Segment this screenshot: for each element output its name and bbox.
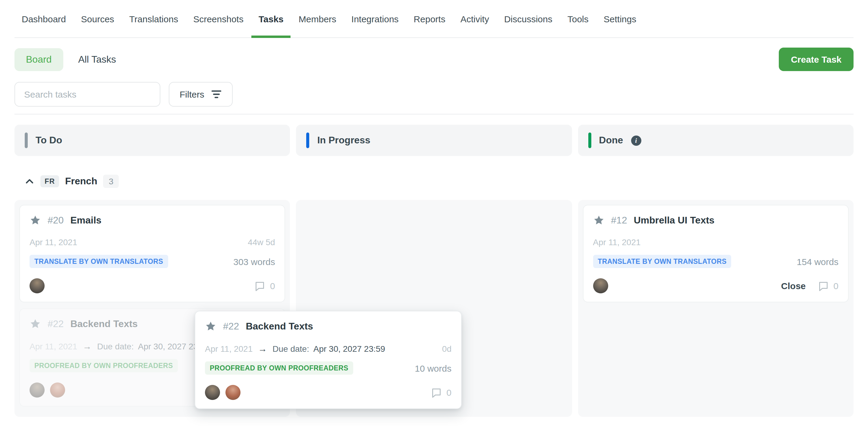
task-id: #22: [48, 318, 64, 329]
due-date-label: Due date:: [97, 341, 133, 351]
avatar-man[interactable]: [30, 278, 44, 293]
task-id: #22: [223, 321, 239, 332]
collapse-group-button[interactable]: [25, 178, 34, 184]
columns-header: To Do In Progress Done i: [14, 125, 854, 156]
task-title: Umbrella UI Texts: [634, 215, 715, 226]
top-nav: Dashboard Sources Translations Screensho…: [0, 0, 868, 38]
view-toolbar: Board All Tasks Create Task: [0, 38, 868, 71]
task-time-left: 44w 5d: [248, 237, 275, 247]
comment-counter[interactable]: 0: [817, 280, 838, 292]
task-type-badge: TRANSLATE BY OWN TRANSLATORS: [593, 255, 731, 268]
arrow-right-icon: →: [258, 343, 267, 354]
column-label-in-progress: In Progress: [317, 135, 370, 146]
task-date: Apr 11, 2021: [30, 237, 77, 247]
task-title: Backend Texts: [70, 318, 138, 329]
task-card-backend-dragged[interactable]: #22 Backend Texts Apr 11, 2021 → Due dat…: [195, 311, 462, 409]
todo-accent-bar: [25, 133, 28, 148]
star-icon[interactable]: [593, 214, 604, 226]
in-progress-accent-bar: [307, 133, 310, 148]
create-task-button[interactable]: Create Task: [779, 47, 854, 71]
language-group-row: FR French 3: [0, 156, 868, 188]
task-type-badge: PROOFREAD BY OWN PROOFREADERS: [30, 359, 178, 372]
column-header-todo: To Do: [14, 125, 290, 156]
nav-item-settings[interactable]: Settings: [604, 0, 636, 38]
filters-label: Filters: [180, 89, 204, 99]
comment-bubble-icon: [254, 280, 266, 292]
avatar-woman[interactable]: [225, 385, 241, 400]
task-type-badge: PROOFREAD BY OWN PROOFREADERS: [205, 361, 353, 375]
comment-count: 0: [833, 281, 838, 291]
star-icon[interactable]: [30, 214, 41, 226]
nav-item-discussions[interactable]: Discussions: [504, 0, 553, 38]
task-title: Emails: [70, 215, 101, 226]
task-word-count: 10 words: [415, 363, 452, 373]
comment-bubble-icon: [817, 280, 829, 292]
tab-board[interactable]: Board: [14, 48, 63, 71]
task-word-count: 154 words: [797, 256, 838, 267]
comment-counter[interactable]: 0: [254, 280, 275, 292]
filters-button[interactable]: Filters: [169, 82, 233, 107]
column-label-todo: To Do: [36, 135, 62, 146]
tab-all-tasks[interactable]: All Tasks: [78, 54, 116, 65]
column-done-panel: #12 Umbrella UI Texts Apr 11, 2021 TRANS…: [578, 200, 854, 417]
avatar-man[interactable]: [205, 385, 220, 400]
task-date: Apr 11, 2021: [30, 341, 77, 351]
column-header-done: Done i: [578, 125, 854, 156]
nav-item-dashboard[interactable]: Dashboard: [22, 0, 66, 38]
nav-item-translations[interactable]: Translations: [129, 0, 178, 38]
task-card-umbrella[interactable]: #12 Umbrella UI Texts Apr 11, 2021 TRANS…: [583, 205, 849, 302]
arrow-right-icon: →: [83, 341, 92, 351]
close-task-button[interactable]: Close: [781, 281, 806, 291]
comment-count: 0: [270, 281, 275, 291]
chevron-up-icon: [25, 178, 34, 184]
star-icon: [30, 318, 41, 330]
nav-item-tools[interactable]: Tools: [567, 0, 589, 38]
comment-counter[interactable]: 0: [430, 386, 452, 398]
language-name: French: [65, 176, 97, 187]
nav-item-members[interactable]: Members: [299, 0, 336, 38]
avatar-man[interactable]: [593, 278, 608, 293]
task-card-emails[interactable]: #20 Emails Apr 11, 2021 44w 5d TRANSLATE…: [19, 205, 285, 302]
nav-item-activity[interactable]: Activity: [461, 0, 489, 38]
done-info-icon[interactable]: i: [631, 135, 641, 145]
task-type-badge: TRANSLATE BY OWN TRANSLATORS: [30, 255, 168, 268]
nav-item-integrations[interactable]: Integrations: [351, 0, 399, 38]
columns-body: #20 Emails Apr 11, 2021 44w 5d TRANSLATE…: [0, 200, 868, 417]
task-id: #12: [611, 215, 627, 226]
comment-count: 0: [446, 387, 452, 398]
search-row: Filters: [0, 71, 868, 107]
task-count-badge: 3: [103, 175, 119, 188]
task-title: Backend Texts: [246, 321, 313, 332]
task-board: To Do In Progress Done i: [0, 114, 868, 156]
nav-item-tasks[interactable]: Tasks: [258, 0, 284, 38]
task-date: Apr 11, 2021: [205, 344, 253, 353]
nav-item-sources[interactable]: Sources: [81, 0, 114, 38]
comment-bubble-icon: [430, 386, 442, 398]
search-input[interactable]: [14, 82, 160, 107]
avatar-woman: [50, 382, 65, 398]
nav-item-reports[interactable]: Reports: [414, 0, 445, 38]
task-date: Apr 11, 2021: [593, 237, 641, 247]
due-date-label: Due date:: [273, 344, 309, 353]
app-root: Dashboard Sources Translations Screensho…: [0, 0, 868, 437]
filter-icon: [211, 90, 222, 99]
task-id: #20: [48, 215, 64, 226]
star-icon[interactable]: [205, 321, 216, 332]
nav-item-screenshots[interactable]: Screenshots: [193, 0, 244, 38]
column-header-in-progress: In Progress: [296, 125, 572, 156]
due-date-value: Apr 30, 2027 23:59: [313, 344, 385, 353]
avatar-man: [30, 382, 44, 398]
done-accent-bar: [588, 133, 591, 148]
language-code-badge: FR: [40, 175, 59, 187]
column-label-done: Done: [599, 135, 623, 146]
task-time-left: 0d: [442, 344, 452, 353]
task-word-count: 303 words: [233, 256, 275, 267]
